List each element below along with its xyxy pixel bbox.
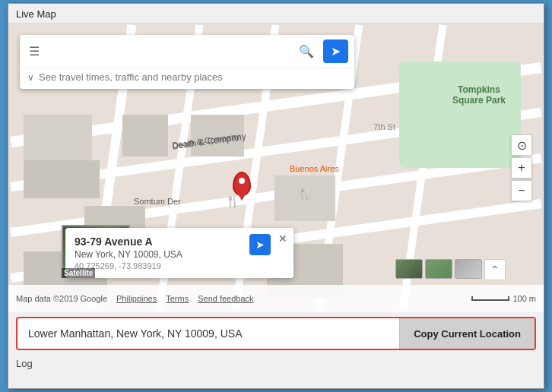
park-label: TompkinsSquare Park	[452, 84, 506, 106]
app-window: Live Map TompkinsSquare Park	[8, 3, 544, 389]
search-icon[interactable]: 🔍	[294, 43, 319, 60]
directions-action-button[interactable]: ➤	[249, 234, 271, 255]
map-links: Map data ©2019 Google Philippines Terms …	[16, 294, 254, 303]
chevron-icon: ∨	[27, 72, 34, 83]
hamburger-icon[interactable]: ☰	[26, 43, 43, 60]
view-type-controls: ⌃	[395, 259, 506, 280]
travel-hint: See travel times, traffic and nearby pla…	[39, 71, 223, 83]
somtum-der-label: Somtum Der	[134, 197, 181, 206]
title-bar: Live Map	[8, 4, 544, 24]
terms-link[interactable]: Terms	[166, 294, 189, 303]
info-card-actions: ➤	[249, 234, 271, 255]
zoom-in-button[interactable]: +	[511, 157, 532, 179]
expand-view-button[interactable]: ⌃	[484, 259, 506, 280]
location-text: Lower Manhattan, New York, NY 10009, USA	[17, 327, 399, 340]
map-container: TompkinsSquare Park Death & Company Deat…	[8, 24, 544, 312]
view-thumb-3[interactable]	[455, 259, 482, 279]
log-section: Log	[8, 355, 544, 372]
map-right-controls: ⊙ + −	[511, 134, 532, 201]
info-card-close-button[interactable]: ✕	[278, 232, 287, 245]
map-bottom-bar: Map data ©2019 Google Philippines Terms …	[8, 285, 544, 312]
search-input[interactable]	[47, 41, 290, 62]
window-title: Live Map	[16, 8, 56, 20]
philippines-link[interactable]: Philippines	[116, 294, 157, 303]
view-thumb-1[interactable]	[395, 259, 423, 279]
copy-current-location-button[interactable]: Copy Current Location	[399, 318, 535, 349]
map-pin	[233, 172, 251, 196]
info-card-coords: 40.725269, -73.983919	[75, 261, 284, 270]
zoom-out-button[interactable]: −	[511, 180, 532, 201]
directions-button[interactable]: ➤	[323, 40, 348, 63]
location-bar: Lower Manhattan, New York, NY 10009, USA…	[16, 317, 536, 350]
info-card: 93-79 Avenue A New York, NY 10009, USA 4…	[65, 228, 293, 278]
map-scale: 100 m	[471, 294, 536, 303]
buenos-aires-label: Buenos Aires	[290, 164, 339, 173]
send-feedback-link[interactable]: Send feedback	[198, 294, 253, 303]
log-label: Log	[16, 358, 33, 369]
food-icon-2: 🍴	[297, 187, 312, 201]
location-button[interactable]: ⊙	[511, 134, 532, 156]
map-attribution: Map data ©2019 Google	[16, 294, 107, 303]
scale-label: 100 m	[512, 294, 536, 303]
park-area	[399, 62, 521, 168]
view-thumb-2[interactable]	[425, 259, 452, 279]
map-search-bar: ☰ 🔍 ➤ ∨ See travel times, traffic and ne…	[20, 35, 354, 89]
7th-st-label: 7th St	[373, 122, 395, 131]
